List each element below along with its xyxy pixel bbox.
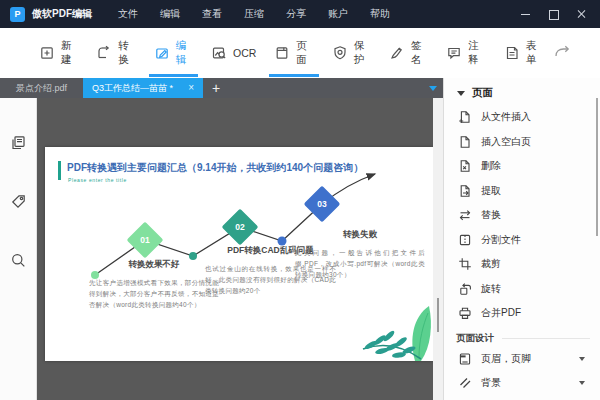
insert-from-file-icon xyxy=(458,110,472,124)
pen-icon xyxy=(389,45,405,61)
menu-help[interactable]: 帮助 xyxy=(370,7,390,21)
page-tools-panel: 页面 从文件插入 插入空白页 删除 提取 替换 分割文件 裁剪 xyxy=(443,78,600,400)
header-footer-dropdown-icon[interactable] xyxy=(579,357,585,361)
tab-document-2-active[interactable]: Q3工作总结—苗苗 * × xyxy=(83,78,203,98)
tab-list-dropdown-icon[interactable] xyxy=(429,86,437,91)
document-tabbar: 景点介绍.pdf Q3工作总结—苗苗 * × + xyxy=(0,78,443,98)
blank-page-icon xyxy=(458,135,472,149)
menu-file[interactable]: 文件 xyxy=(118,7,138,21)
menu-compress[interactable]: 压缩 xyxy=(244,7,264,21)
comment-icon xyxy=(446,45,462,61)
form-document-icon xyxy=(504,45,520,61)
milestone-num-2: 02 xyxy=(235,222,245,232)
toolbar: 新建 转换 编辑 OCR 页面 保护 签名 注释 xyxy=(0,28,600,78)
rotate-icon xyxy=(458,282,472,296)
extract-page-icon xyxy=(458,184,472,198)
tab-close-icon[interactable]: × xyxy=(188,83,194,93)
maximize-icon[interactable] xyxy=(548,8,560,20)
ocr-button[interactable]: OCR xyxy=(202,28,265,78)
bookmark-tag-icon[interactable] xyxy=(10,193,27,210)
milestone-block-3: 转换失败 此类问题，一般告诉他们把文件后缀.PDF，改成小写.pdf可解决（wo… xyxy=(295,229,425,280)
page-design-section: 页面设计 xyxy=(444,331,600,347)
milestone-heading: 转换效果不好 xyxy=(89,259,219,271)
edit-button[interactable]: 编辑 xyxy=(145,28,202,78)
panel-item-insert-blank-page[interactable]: 插入空白页 xyxy=(444,130,600,155)
milestone-heading: 转换失败 xyxy=(295,229,425,241)
panel-item-insert-from-file[interactable]: 从文件插入 xyxy=(444,105,600,130)
shield-icon xyxy=(332,45,348,61)
page-layout-icon xyxy=(274,45,290,61)
milestone-block-1: 转换效果不好 先让客户选增强模式看下效果，部分情况能得到解决，大部分客户不再反馈… xyxy=(89,259,219,310)
document-scrollbar-thumb[interactable] xyxy=(437,298,439,332)
tab-document-1[interactable]: 景点介绍.pdf xyxy=(0,78,83,98)
milestone-body: 先让客户选增强模式看下效果，部分情况能得到解决，大部分客户不再反馈，不知道是否解… xyxy=(89,277,219,310)
search-icon[interactable] xyxy=(10,252,27,269)
document-viewport: PDF转换遇到主要问题汇总（9.14开始，共收到约140个问题咨询） Pleas… xyxy=(37,98,443,400)
panel-scrollbar-thumb[interactable] xyxy=(596,98,598,236)
menu-edit[interactable]: 编辑 xyxy=(160,7,180,21)
panel-item-header-footer[interactable]: 页眉，页脚 xyxy=(444,347,600,372)
app-title: 傲软PDF编辑 xyxy=(32,7,92,21)
header-footer-icon xyxy=(458,352,472,366)
panel-item-replace[interactable]: 替换 xyxy=(444,203,600,228)
form-button[interactable]: 表单 xyxy=(495,28,552,78)
menu-share[interactable]: 分享 xyxy=(286,7,306,21)
panel-header[interactable]: 页面 xyxy=(444,78,600,105)
milestone-num-3: 03 xyxy=(317,199,327,209)
panel-item-rotate[interactable]: 旋转 xyxy=(444,277,600,302)
new-file-icon xyxy=(39,45,55,61)
thumbnails-icon[interactable] xyxy=(10,134,27,151)
background-dropdown-icon[interactable] xyxy=(579,381,585,385)
section-divider xyxy=(502,338,590,339)
panel-item-crop[interactable]: 裁剪 xyxy=(444,252,600,277)
window-controls xyxy=(520,8,588,20)
new-tab-button[interactable]: + xyxy=(203,78,229,98)
convert-button[interactable]: 转换 xyxy=(87,28,144,78)
sign-button[interactable]: 签名 xyxy=(380,28,437,78)
replace-swap-icon xyxy=(458,208,472,222)
panel-item-extract[interactable]: 提取 xyxy=(444,179,600,204)
plant-decoration xyxy=(349,305,433,361)
redo-icon[interactable] xyxy=(552,42,572,64)
crop-icon xyxy=(458,257,472,271)
background-icon xyxy=(458,376,472,390)
document-scrollbar-track[interactable] xyxy=(433,98,443,400)
annotate-button[interactable]: 注释 xyxy=(437,28,494,78)
panel-item-split-file[interactable]: 分割文件 xyxy=(444,228,600,253)
panel-item-merge-pdf[interactable]: 合并PDF xyxy=(444,301,600,326)
edit-pencil-icon xyxy=(154,45,170,61)
pdf-page: PDF转换遇到主要问题汇总（9.14开始，共收到约140个问题咨询） Pleas… xyxy=(45,147,433,361)
app-window: P 傲软PDF编辑 文件 编辑 查看 压缩 分享 账户 帮助 新建 转换 编辑 xyxy=(0,0,600,400)
protect-button[interactable]: 保护 xyxy=(323,28,380,78)
panel-item-delete[interactable]: 删除 xyxy=(444,154,600,179)
minimize-icon[interactable] xyxy=(520,8,532,20)
new-button[interactable]: 新建 xyxy=(30,28,87,78)
menubar: 文件 编辑 查看 压缩 分享 账户 帮助 xyxy=(118,7,390,21)
milestone-num-1: 01 xyxy=(140,235,150,245)
ocr-magnifier-icon xyxy=(211,45,227,61)
convert-icon xyxy=(96,45,112,61)
menu-account[interactable]: 账户 xyxy=(328,7,348,21)
app-logo: P xyxy=(10,7,25,22)
collapse-icon[interactable] xyxy=(457,91,465,96)
menu-view[interactable]: 查看 xyxy=(202,7,222,21)
merge-pdf-icon xyxy=(458,306,472,320)
close-icon[interactable] xyxy=(576,8,588,20)
panel-item-background[interactable]: 背景 xyxy=(444,371,600,396)
left-sidebar xyxy=(0,98,37,400)
page-button[interactable]: 页面 xyxy=(265,28,322,78)
milestone-body: 此类问题，一般告诉他们把文件后缀.PDF，改成小写.pdf可解决（word此类转… xyxy=(295,247,425,280)
titlebar: P 傲软PDF编辑 文件 编辑 查看 压缩 分享 账户 帮助 xyxy=(0,0,600,28)
split-file-icon xyxy=(458,233,472,247)
delete-page-icon xyxy=(458,159,472,173)
